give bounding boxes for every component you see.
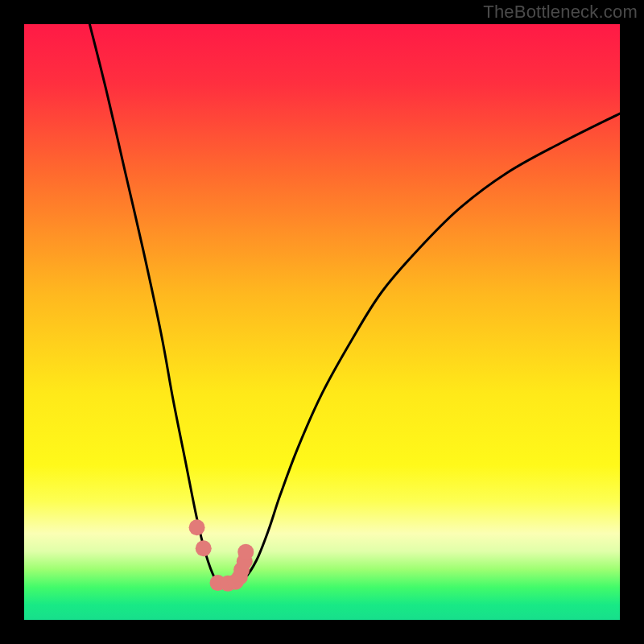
marker-dot <box>189 519 205 535</box>
bottleneck-chart <box>24 24 620 620</box>
marker-dot <box>237 544 254 560</box>
chart-frame: TheBottleneck.com <box>0 0 644 644</box>
gradient-background <box>24 24 620 620</box>
marker-dot <box>196 540 212 556</box>
plot-area <box>24 24 620 620</box>
watermark-text: TheBottleneck.com <box>483 2 638 23</box>
